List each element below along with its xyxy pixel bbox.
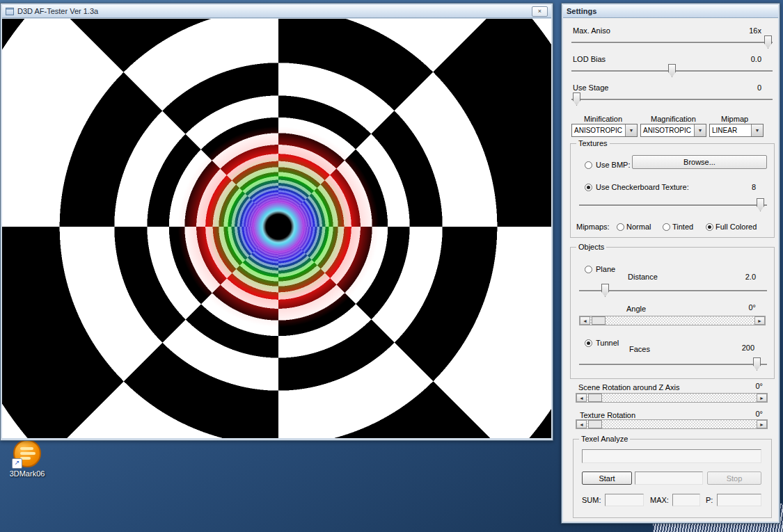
scene-rotation-scrollbar[interactable]: ◄ ►: [576, 393, 768, 403]
faces-slider[interactable]: [579, 357, 767, 371]
mipmaps-normal-label[interactable]: Normal: [626, 223, 651, 231]
scene-rotation-scroll-left-button[interactable]: ◄: [576, 394, 587, 402]
texture-rotation-scroll-right-button[interactable]: ►: [757, 420, 767, 428]
textures-group-title: Textures: [576, 139, 610, 147]
lod-bias-slider[interactable]: [571, 64, 773, 78]
objects-group-title: Objects: [576, 243, 606, 251]
shortcut-arrow-glyph: ↗: [15, 459, 20, 466]
3dmark-icon: ↗: [13, 440, 41, 467]
max-aniso-slider-thumb[interactable]: [764, 35, 772, 49]
magnification-dropdown-button[interactable]: ▼: [694, 124, 706, 136]
faces-slider-groove: [579, 364, 767, 365]
texture-rotation-scrollbar-thumb[interactable]: [588, 420, 602, 428]
magnification-dropdown-value: ANISOTROPIC: [643, 127, 691, 134]
max-label: MAX:: [650, 496, 669, 504]
texture-rotation-scrollbar-track[interactable]: [587, 420, 757, 428]
arrow-left-icon: ◄: [579, 422, 584, 427]
start-button-label: Start: [599, 474, 615, 483]
mipmap-dropdown-button[interactable]: ▼: [751, 124, 763, 136]
scene-rotation-scrollbar-thumb[interactable]: [588, 394, 602, 402]
checkerboard-slider[interactable]: [579, 198, 767, 212]
shortcut-arrow-icon: ↗: [12, 458, 22, 469]
minification-dropdown-value: ANISOTROPIC: [574, 127, 622, 134]
scene-rotation-label: Scene Rotation around Z Axis: [578, 383, 680, 392]
stop-button: Stop: [707, 471, 761, 485]
mipmaps-full-colored-label[interactable]: Full Colored: [715, 223, 757, 231]
plane-label[interactable]: Plane: [596, 265, 615, 273]
p-label: P:: [706, 496, 713, 504]
main-window-titlebar[interactable]: D3D AF-Tester Ver 1.3a ×: [2, 5, 551, 18]
mipmaps-full-colored-radio[interactable]: [706, 223, 713, 231]
browse-button[interactable]: Browse...: [632, 155, 767, 169]
magnification-dropdown[interactable]: ANISOTROPIC ▼: [640, 124, 706, 137]
use-stage-slider-thumb[interactable]: [573, 92, 580, 106]
distance-slider-thumb[interactable]: [601, 284, 609, 297]
angle-scrollbar[interactable]: ◄ ►: [579, 316, 766, 325]
scene-rotation-value: 0°: [755, 382, 763, 390]
scene-rotation-scrollbar-track[interactable]: [587, 394, 757, 402]
angle-value: 0°: [748, 303, 756, 312]
p-field[interactable]: [717, 494, 761, 506]
mipmaps-normal-radio[interactable]: [617, 223, 624, 231]
tunnel-radio[interactable]: [585, 339, 592, 347]
minification-label: Minification: [584, 115, 622, 123]
sum-field[interactable]: [605, 494, 644, 506]
plane-radio[interactable]: [585, 266, 592, 273]
angle-scrollbar-thumb[interactable]: [592, 316, 606, 325]
window-title: D3D AF-Tester Ver 1.3a: [17, 7, 98, 15]
max-aniso-value: 16x: [749, 26, 761, 35]
texel-analyze-field[interactable]: [582, 449, 761, 463]
magnification-label: Magnification: [651, 115, 696, 123]
mipmaps-tinted-label[interactable]: Tinted: [672, 223, 693, 231]
settings-panel: Settings Max. Aniso 16x LOD Bias 0.0 Use…: [561, 3, 780, 524]
desktop: ↗ 3DMark06 D3D AF-Tester Ver 1.3a × Sett…: [0, 0, 783, 532]
use-checkerboard-radio[interactable]: [585, 184, 592, 191]
mipmaps-label: Mipmaps:: [576, 223, 610, 231]
use-bmp-radio[interactable]: [585, 161, 592, 169]
lod-bias-value: 0.0: [751, 55, 761, 63]
start-button[interactable]: Start: [582, 471, 632, 485]
minification-dropdown-button[interactable]: ▼: [625, 124, 637, 136]
lod-bias-slider-thumb[interactable]: [668, 64, 676, 77]
settings-body: Max. Aniso 16x LOD Bias 0.0 Use Stage 0 …: [563, 18, 778, 522]
minification-dropdown[interactable]: ANISOTROPIC ▼: [571, 124, 638, 137]
use-stage-label: Use Stage: [573, 83, 608, 92]
objects-group: Objects Plane Distance 2.0 Angle 0° ◄ ►: [570, 247, 775, 379]
distance-slider[interactable]: [579, 284, 767, 298]
mipmap-dropdown[interactable]: LINEAR ▼: [709, 124, 764, 137]
desktop-icon-label: 3DMark06: [6, 469, 49, 478]
angle-scroll-right-button[interactable]: ►: [754, 316, 765, 325]
desktop-icon-3dmark06[interactable]: ↗ 3DMark06: [6, 440, 49, 478]
mipmaps-tinted-radio[interactable]: [663, 223, 670, 231]
faces-slider-thumb[interactable]: [753, 357, 761, 371]
3dmark-logo-bar: [20, 452, 35, 455]
max-aniso-slider[interactable]: [571, 35, 773, 49]
arrow-right-icon: ►: [759, 422, 764, 427]
tunnel-label[interactable]: Tunnel: [596, 339, 619, 347]
max-aniso-slider-groove: [571, 42, 773, 43]
use-stage-slider[interactable]: [571, 92, 773, 106]
texture-rotation-scrollbar[interactable]: ◄ ►: [576, 419, 768, 429]
angle-scrollbar-track[interactable]: [590, 316, 754, 325]
use-checkerboard-label[interactable]: Use Checkerboard Texture:: [596, 183, 689, 191]
texture-rotation-label: Texture Rotation: [580, 411, 635, 419]
arrow-left-icon: ◄: [583, 319, 587, 323]
angle-scroll-left-button[interactable]: ◄: [580, 316, 590, 325]
faces-label: Faces: [629, 345, 650, 353]
close-button[interactable]: ×: [532, 6, 548, 17]
checkerboard-value: 8: [752, 183, 756, 191]
scene-rotation-scroll-right-button[interactable]: ►: [757, 394, 767, 402]
af-test-render: [2, 19, 551, 438]
use-bmp-label[interactable]: Use BMP:: [596, 161, 631, 169]
texel-analyze-mid-field[interactable]: [635, 471, 703, 485]
max-field[interactable]: [672, 494, 700, 506]
3dmark-logo-bar: [20, 447, 33, 450]
texel-analyze-group: Texel Analyze Start Stop SUM: MAX: P:: [573, 439, 772, 518]
chevron-down-icon: ▼: [698, 128, 703, 133]
texture-rotation-scroll-left-button[interactable]: ◄: [576, 420, 587, 428]
chevron-down-icon: ▼: [629, 128, 634, 133]
settings-titlebar[interactable]: Settings: [563, 5, 778, 18]
texture-rotation-value: 0°: [755, 410, 763, 418]
checkerboard-slider-thumb[interactable]: [757, 198, 764, 211]
settings-title: Settings: [567, 7, 596, 15]
